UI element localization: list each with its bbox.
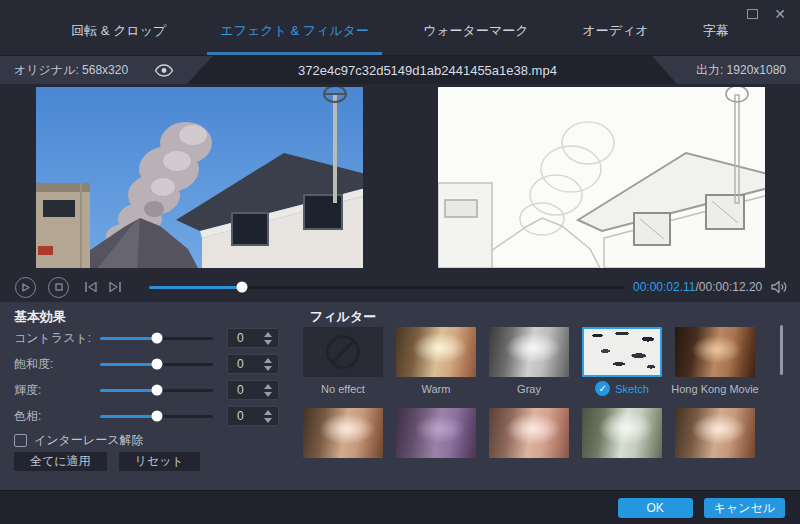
original-resolution-section: オリジナル: 568x320 [0,56,215,84]
eye-icon[interactable] [154,64,174,77]
saturation-row: 飽和度: 0 [14,351,279,377]
tab-audio[interactable]: オーディオ [556,17,676,53]
play-button[interactable] [15,277,36,298]
contrast-row: コントラスト: 0 [14,325,279,351]
current-time: 00:00:02.11 [633,280,696,294]
saturation-slider[interactable] [100,363,213,366]
saturation-label: 飽和度: [14,356,100,373]
stop-button[interactable] [48,277,69,298]
spin-up-icon[interactable] [264,332,272,337]
filter-thumbnail-7[interactable] [396,408,476,458]
contrast-label: コントラスト: [14,330,100,347]
timeline-played [149,286,242,289]
basic-effects-title: 基本効果 [14,308,66,326]
filter-sketch-thumbnail[interactable] [582,327,662,377]
filter-thumbnail-10-image[interactable] [675,408,755,458]
tab-subtitle[interactable]: 字幕 [676,17,756,53]
volume-icon[interactable] [771,280,788,294]
saturation-slider-knob[interactable] [151,359,162,370]
contrast-slider-knob[interactable] [151,333,162,344]
preview-stage: 00:00:02.11/00:00:12.20 [0,84,800,302]
spin-up-icon[interactable] [264,384,272,389]
filter-thumbnail-6[interactable] [303,408,383,458]
output-resolution-label: 出力: 1920x1080 [640,56,800,84]
hue-label: 色相: [14,408,100,425]
contrast-value: 0 [228,331,264,345]
timecode: 00:00:02.11/00:00:12.20 [633,280,762,294]
timeline-knob[interactable] [237,282,248,293]
info-bar: オリジナル: 568x320 372e4c97c32d5149d1ab24414… [0,55,800,84]
hue-spinbox[interactable]: 0 [227,406,279,426]
filtered-video-preview [438,87,765,268]
filter-warm[interactable]: Warm [396,327,476,396]
maximize-icon[interactable] [747,9,758,19]
reset-button[interactable]: リセット [119,452,200,471]
next-frame-button[interactable] [107,281,123,293]
effect-filter-dialog: 回転 & クロップ エフェクト & フィルター ウォーターマーク オーディオ 字… [0,0,800,524]
apply-to-all-button[interactable]: 全てに適用 [14,452,107,471]
filter-thumbnail-10[interactable] [675,408,755,458]
spin-down-icon[interactable] [264,340,272,345]
filter-scrollbar[interactable] [780,325,783,375]
filter-thumbnail-9-image[interactable] [582,408,662,458]
filter-gray-thumbnail[interactable] [489,327,569,377]
deinterlace-row: インターレース解除 [14,432,143,449]
brightness-spinbox[interactable]: 0 [227,380,279,400]
filter-thumbnail-9[interactable] [582,408,662,458]
filter-title: フィルター [310,308,376,326]
hue-slider[interactable] [100,415,213,418]
filter-thumbnail-7-image[interactable] [396,408,476,458]
video-filename: 372e4c97c32d5149d1ab2441455a1e38.mp4 [215,56,640,84]
original-resolution-label: オリジナル: 568x320 [14,62,128,79]
deinterlace-checkbox[interactable] [14,434,27,447]
brightness-row: 輝度: 0 [14,377,279,403]
contrast-spinbox[interactable]: 0 [227,328,279,348]
saturation-spinbox[interactable]: 0 [227,354,279,374]
tab-rotate-crop[interactable]: 回転 & クロップ [44,17,193,53]
filter-thumbnail-8-image[interactable] [489,408,569,458]
ok-button[interactable]: OK [618,498,693,518]
filter-no-effect[interactable]: No effect [303,327,383,396]
spin-down-icon[interactable] [264,366,272,371]
filter-hong-kong-movie[interactable]: Hong Kong Movie [675,327,755,396]
filter-row-1: No effect Warm Gray Sketch Hong Kong Mov… [303,327,755,396]
filter-thumbnail-6-image[interactable] [303,408,383,458]
basic-effects-rows: コントラスト: 0 飽和度: 0 輝度: 0 [14,325,279,429]
hue-value: 0 [228,409,264,423]
spin-down-icon[interactable] [264,392,272,397]
filter-warm-thumbnail[interactable] [396,327,476,377]
original-video-preview [36,87,363,268]
selected-check-icon [595,381,610,396]
spin-up-icon[interactable] [264,358,272,363]
deinterlace-label: インターレース解除 [34,432,143,449]
tab-watermark[interactable]: ウォーターマーク [396,17,556,53]
effects-buttons: 全てに適用 リセット [14,452,200,471]
seek-slider[interactable] [149,286,624,289]
footer-bar: OK キャンセル [0,490,800,524]
contrast-slider[interactable] [100,337,213,340]
filter-row-2 [303,408,755,458]
brightness-slider[interactable] [100,389,213,392]
cancel-button[interactable]: キャンセル [704,498,785,518]
hue-slider-knob[interactable] [151,411,162,422]
filter-gray[interactable]: Gray [489,327,569,396]
tab-bar: 回転 & クロップ エフェクト & フィルター ウォーターマーク オーディオ 字… [0,17,800,53]
filter-sketch[interactable]: Sketch [582,327,662,396]
spin-down-icon[interactable] [264,418,272,423]
adjustment-panel: 基本効果 コントラスト: 0 飽和度: 0 輝度: [0,302,800,490]
previous-frame-button[interactable] [83,281,99,293]
brightness-slider-knob[interactable] [151,385,162,396]
hue-row: 色相: 0 [14,403,279,429]
spin-up-icon[interactable] [264,410,272,415]
brightness-label: 輝度: [14,382,100,399]
transport-bar: 00:00:02.11/00:00:12.20 [0,272,800,302]
total-time: 00:00:12.20 [699,280,762,294]
titlebar: 回転 & クロップ エフェクト & フィルター ウォーターマーク オーディオ 字… [0,0,800,55]
filter-hong-kong-movie-thumbnail[interactable] [675,327,755,377]
prohibition-icon [326,335,360,369]
filter-no-effect-thumbnail[interactable] [303,327,383,377]
brightness-value: 0 [228,383,264,397]
tab-effect-filter[interactable]: エフェクト & フィルター [193,17,396,53]
close-icon[interactable] [774,9,786,19]
filter-thumbnail-8[interactable] [489,408,569,458]
